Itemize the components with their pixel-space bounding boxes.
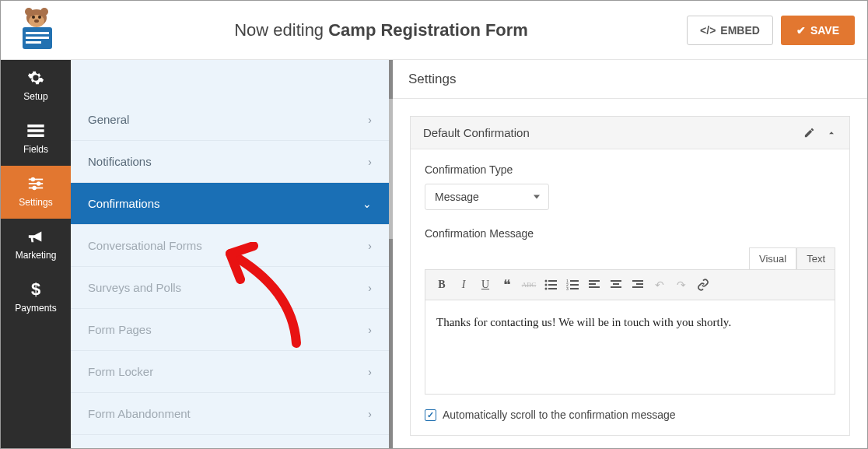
svg-rect-25 <box>548 288 557 289</box>
panel-header: Default Confirmation <box>411 117 849 149</box>
sidebar-item-conversational-forms[interactable]: Conversational Forms › <box>71 225 389 267</box>
redo-button[interactable]: ↷ <box>671 275 691 295</box>
align-center-button[interactable] <box>606 275 626 295</box>
ol-button[interactable]: 123 <box>562 275 583 295</box>
svg-rect-40 <box>632 286 643 288</box>
panel-title: Default Confirmation <box>423 126 793 139</box>
svg-rect-21 <box>548 280 557 282</box>
svg-rect-36 <box>613 283 619 285</box>
gear-icon <box>27 69 44 86</box>
svg-point-1 <box>25 8 33 16</box>
sliders-icon <box>27 175 44 192</box>
nav-payments[interactable]: $ Payments <box>1 272 71 324</box>
align-right-button[interactable] <box>628 275 648 295</box>
nav-fields[interactable]: Fields <box>1 113 71 166</box>
chevron-right-icon: › <box>368 240 372 252</box>
svg-point-4 <box>32 16 35 19</box>
underline-button[interactable]: U <box>475 275 495 295</box>
editor-tab-text[interactable]: Text <box>796 247 835 269</box>
chevron-right-icon: › <box>368 282 372 294</box>
editor-toolbar: B I U ❝ ABC 123 ↶ ↷ <box>425 270 835 300</box>
svg-text:3: 3 <box>566 286 569 290</box>
main-content: Settings Default Confirmation Confirmati… <box>393 60 867 448</box>
svg-point-19 <box>33 187 36 190</box>
top-bar: Now editing Camp Registration Form </> E… <box>1 1 867 60</box>
link-button[interactable] <box>693 275 713 295</box>
edit-icon[interactable] <box>803 127 815 139</box>
svg-rect-35 <box>611 280 621 282</box>
sidebar-item-confirmations[interactable]: Confirmations ⌄ <box>71 183 389 225</box>
chevron-right-icon: › <box>368 156 372 168</box>
embed-button[interactable]: </> EMBED <box>687 16 773 45</box>
code-icon: </> <box>700 24 716 37</box>
chevron-right-icon: › <box>368 324 372 336</box>
svg-point-5 <box>38 16 41 19</box>
svg-rect-27 <box>570 280 579 282</box>
sidebar-item-form-pages[interactable]: Form Pages › <box>71 309 389 351</box>
svg-rect-39 <box>636 283 643 285</box>
chevron-down-icon: ⌄ <box>362 198 372 210</box>
chevron-right-icon: › <box>368 114 372 126</box>
svg-rect-29 <box>570 284 579 286</box>
svg-point-20 <box>545 280 548 282</box>
auto-scroll-label: Automatically scroll to the confirmation… <box>443 409 676 421</box>
check-icon: ✔ <box>796 24 806 37</box>
nav-marketing[interactable]: Marketing <box>1 219 71 272</box>
svg-rect-33 <box>589 283 596 285</box>
wpforms-logo <box>13 7 60 54</box>
chevron-right-icon: › <box>368 408 372 420</box>
scrollbar[interactable] <box>389 99 393 239</box>
nav-setup[interactable]: Setup <box>1 60 71 113</box>
svg-point-17 <box>37 182 40 185</box>
collapse-icon[interactable] <box>826 128 837 139</box>
svg-rect-11 <box>27 125 44 128</box>
chevron-right-icon: › <box>368 366 372 378</box>
sidebar-item-form-locker[interactable]: Form Locker › <box>71 351 389 393</box>
italic-button[interactable]: I <box>453 275 474 295</box>
sidebar-item-surveys-polls[interactable]: Surveys and Polls › <box>71 267 389 309</box>
nav-settings[interactable]: Settings <box>1 166 71 219</box>
svg-point-6 <box>34 19 39 23</box>
svg-point-15 <box>32 178 35 181</box>
svg-rect-12 <box>27 129 44 132</box>
svg-rect-9 <box>26 37 49 39</box>
svg-rect-37 <box>611 286 621 288</box>
svg-point-2 <box>40 8 48 16</box>
svg-rect-38 <box>632 280 643 282</box>
svg-rect-23 <box>548 284 557 286</box>
form-name: Camp Registration Form <box>328 20 528 40</box>
svg-point-22 <box>545 284 548 286</box>
editor-tab-visual[interactable]: Visual <box>749 247 796 269</box>
type-label: Confirmation Type <box>425 163 835 176</box>
auto-scroll-row[interactable]: ✓ Automatically scroll to the confirmati… <box>425 409 835 421</box>
bullhorn-icon <box>27 228 44 245</box>
sidebar-item-form-abandonment[interactable]: Form Abandonment › <box>71 393 389 435</box>
editing-prefix: Now editing <box>234 20 328 40</box>
confirmation-panel: Default Confirmation Confirmation Type M… <box>410 116 850 436</box>
svg-point-24 <box>545 288 548 290</box>
svg-rect-31 <box>570 288 579 289</box>
save-button[interactable]: ✔ SAVE <box>781 16 855 45</box>
bold-button[interactable]: B <box>432 275 452 295</box>
message-editor: B I U ❝ ABC 123 ↶ ↷ <box>425 269 835 395</box>
left-nav: Setup Fields Settings Marketing $ Paymen… <box>1 60 71 448</box>
svg-rect-13 <box>27 134 44 137</box>
svg-rect-32 <box>589 280 600 282</box>
list-icon <box>27 122 44 139</box>
quote-button[interactable]: ❝ <box>497 275 517 295</box>
message-content[interactable]: Thanks for contacting us! We will be in … <box>425 300 835 394</box>
auto-scroll-checkbox[interactable]: ✓ <box>425 409 436 421</box>
svg-rect-8 <box>26 32 49 34</box>
message-label: Confirmation Message <box>425 227 835 240</box>
align-left-button[interactable] <box>584 275 604 295</box>
undo-button[interactable]: ↶ <box>649 275 670 295</box>
svg-rect-34 <box>589 286 600 288</box>
svg-rect-10 <box>26 41 41 44</box>
confirmation-type-select[interactable]: Message <box>425 184 549 210</box>
sidebar-item-general[interactable]: General › <box>71 99 389 141</box>
abc-button[interactable]: ABC <box>519 275 539 295</box>
sidebar-item-notifications[interactable]: Notifications › <box>71 141 389 183</box>
main-heading: Settings <box>393 60 867 99</box>
page-title: Now editing Camp Registration Form <box>75 20 687 40</box>
ul-button[interactable] <box>541 275 561 295</box>
